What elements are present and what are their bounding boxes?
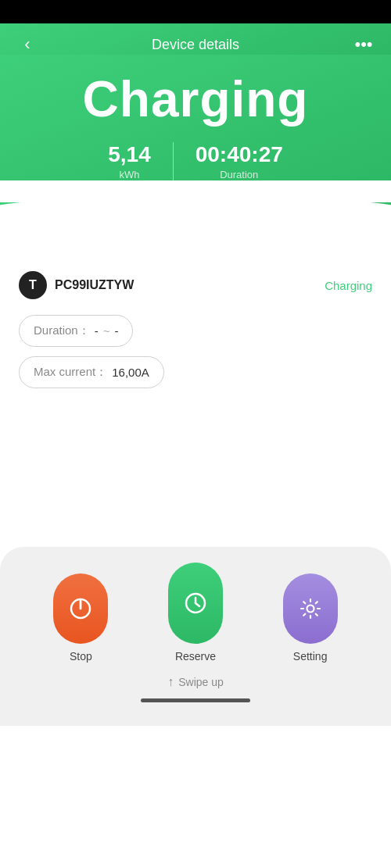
duration-tilde: ~ (103, 324, 110, 338)
wave-inner (0, 206, 391, 249)
duration-dash1: - (95, 324, 99, 338)
wave-decoration (0, 202, 391, 249)
stats-row: 5,14 kWh 00:40:27 Duration (16, 142, 375, 180)
svg-line-4 (196, 603, 199, 606)
duration-dash2: - (114, 324, 118, 338)
svg-point-5 (307, 605, 314, 613)
back-button[interactable]: ‹ (16, 34, 39, 55)
max-current-value: 16,00A (112, 366, 149, 379)
device-left: T PC99IUZTYW (19, 271, 134, 299)
swipe-up-area[interactable]: ↑ Swipe up (0, 675, 391, 689)
hero-section: Charging 5,14 kWh 00:40:27 Duration (0, 55, 391, 180)
stop-button[interactable]: Stop (53, 573, 108, 663)
page-title: Device details (152, 37, 239, 53)
duration-field-label: Duration： (34, 323, 90, 338)
gear-icon (297, 595, 324, 622)
swipe-up-arrow-icon: ↑ (167, 675, 174, 689)
setting-button[interactable]: Setting (283, 573, 338, 663)
duration-field[interactable]: Duration： - ~ - (19, 315, 133, 347)
setting-label: Setting (293, 650, 328, 663)
duration-label: Duration (196, 169, 283, 180)
stop-label: Stop (70, 650, 92, 663)
device-row: T PC99IUZTYW Charging (19, 271, 372, 299)
kwh-stat: 5,14 kWh (86, 142, 174, 180)
clock-icon (182, 590, 209, 616)
reserve-button[interactable]: Reserve (168, 563, 223, 663)
power-icon (67, 595, 94, 622)
bottom-buttons: Stop Reserve (0, 563, 391, 663)
reserve-icon-bg (168, 563, 223, 644)
duration-value: 00:40:27 (196, 142, 283, 167)
more-menu-button[interactable]: ••• (352, 34, 375, 55)
max-current-field[interactable]: Max current： 16,00A (19, 356, 164, 388)
charging-status-title: Charging (16, 70, 375, 128)
content-section: T PC99IUZTYW Charging Duration： - ~ - Ma… (0, 249, 391, 413)
reserve-label: Reserve (175, 650, 216, 663)
bottom-bar: Stop Reserve (0, 547, 391, 726)
setting-icon-bg (283, 573, 338, 644)
kwh-value: 5,14 (108, 142, 151, 167)
device-status-badge: Charging (325, 279, 372, 292)
device-id: PC99IUZTYW (55, 278, 134, 292)
status-bar (0, 0, 391, 23)
duration-stat: 00:40:27 Duration (174, 142, 305, 180)
max-current-label: Max current： (34, 365, 107, 380)
header: ‹ Device details ••• (0, 23, 391, 55)
device-icon: T (19, 271, 47, 299)
home-indicator (141, 698, 250, 702)
kwh-unit: kWh (108, 169, 151, 180)
bottom-area: Stop Reserve (0, 413, 391, 726)
stop-icon-bg (53, 573, 108, 644)
swipe-up-label: Swipe up (178, 676, 224, 688)
